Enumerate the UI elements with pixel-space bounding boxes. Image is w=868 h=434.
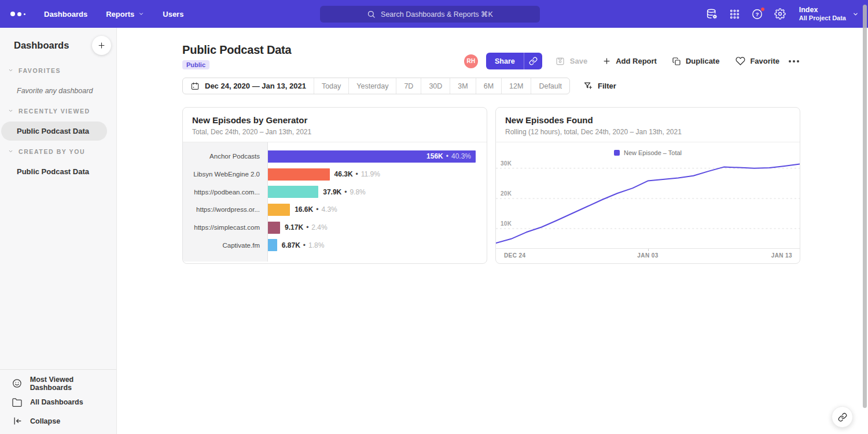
all-dashboards-button[interactable]: All Dashboards (0, 393, 116, 412)
duplicate-button[interactable]: Duplicate (672, 57, 720, 66)
add-report-label: Add Report (616, 57, 657, 65)
nav-item-dashboards[interactable]: Dashboards (44, 10, 87, 19)
notification-badge (760, 7, 765, 12)
bar-chart-card: New Episodes by Generator Total, Dec 24t… (182, 107, 487, 264)
date-range-text: Dec 24, 2020 — Jan 13, 2021 (205, 82, 306, 90)
search-placeholder: Search Dashboards & Reports ⌘K (381, 10, 493, 19)
copy-link-floating-button[interactable] (832, 406, 853, 428)
sidebar-item-public-podcast-data[interactable]: Public Podcast Data (1, 122, 107, 141)
smiley-icon (12, 378, 23, 389)
copy-link-icon[interactable] (524, 53, 542, 69)
primary-nav: Dashboards Reports Users (44, 10, 183, 19)
bar-category-label: https://podbean.com... (183, 183, 267, 201)
scrollbar-thumb[interactable] (863, 5, 867, 408)
preset-yesterday[interactable]: Yesterday (348, 78, 396, 94)
create-dashboard-button[interactable] (92, 36, 111, 55)
chevron-down-icon (8, 68, 13, 73)
chart-legend[interactable]: New Episode – Total (496, 142, 800, 159)
favorite-button[interactable]: Favorite (735, 56, 779, 66)
collapse-sidebar-button[interactable]: Collapse (0, 412, 116, 431)
footer-item-label: All Dashboards (30, 398, 83, 406)
nav-item-reports[interactable]: Reports (106, 10, 144, 19)
bar-category-label: Captivate.fm (183, 236, 267, 254)
settings-gear-icon[interactable] (774, 8, 786, 20)
filter-label: Filter (598, 82, 616, 90)
x-axis-tick (648, 249, 649, 251)
preset-today[interactable]: Today (314, 78, 348, 94)
search-icon (367, 10, 376, 19)
sidebar-section-recently-viewed[interactable]: RECENTLY VIEWED (0, 101, 116, 121)
preset-default[interactable]: Default (531, 78, 569, 94)
project-name: Index (799, 6, 846, 14)
sidebar-title: Dashboards (14, 40, 69, 51)
public-badge: Public (182, 60, 209, 69)
svg-text:?: ? (755, 11, 759, 17)
nav-item-label: Dashboards (44, 10, 87, 19)
apps-grid-icon[interactable] (729, 9, 740, 20)
sidebar-item-public-podcast-data-created[interactable]: Public Podcast Data (1, 162, 107, 181)
bar-value-label: 37.9K • 9.8% (323, 188, 366, 196)
sidebar-section-favorites[interactable]: FAVORITES (0, 60, 116, 80)
card-subtitle: Rolling (12 hours), total, Dec 24th, 202… (505, 128, 790, 136)
search-bar[interactable]: Search Dashboards & Reports ⌘K (320, 6, 540, 23)
save-button[interactable]: Save (555, 56, 587, 67)
more-options-button[interactable] (788, 58, 800, 65)
mixpanel-logo-icon[interactable] (10, 12, 25, 16)
section-label: CREATED BY YOU (19, 148, 85, 155)
legend-label: New Episode – Total (624, 149, 682, 156)
share-button[interactable]: Share (486, 53, 542, 69)
preset-12m[interactable]: 12M (501, 78, 531, 94)
section-label: FAVORITES (19, 67, 61, 74)
bar-wordpress[interactable] (268, 204, 290, 216)
data-management-icon[interactable] (706, 8, 718, 20)
date-range-control: Dec 24, 2020 — Jan 13, 2021 Today Yester… (182, 78, 570, 94)
line-chart-svg (496, 159, 800, 248)
heart-icon (735, 56, 745, 66)
add-report-button[interactable]: Add Report (602, 57, 657, 65)
avatar[interactable]: RH (464, 54, 478, 68)
bar-value-label: 156K • 40.3% (426, 150, 471, 163)
preset-6m[interactable]: 6M (476, 78, 501, 94)
sidebar-footer: Most Viewed Dashboards All Dashboards Co… (0, 369, 116, 434)
preset-30d[interactable]: 30D (421, 78, 450, 94)
bar-category-label: Libsyn WebEngine 2.0 (183, 165, 267, 183)
help-icon[interactable]: ? (751, 8, 763, 20)
preset-3m[interactable]: 3M (450, 78, 475, 94)
card-subtitle: Total, Dec 24th, 2020 – Jan 13th, 2021 (192, 128, 477, 136)
y-axis-tick-label: 10K (501, 220, 512, 227)
bar-value-label: 46.3K • 11.9% (334, 170, 380, 178)
footer-item-label: Most Viewed Dashboards (30, 376, 116, 392)
footer-item-label: Collapse (30, 417, 60, 425)
nav-item-label: Users (163, 10, 183, 19)
nav-item-users[interactable]: Users (163, 10, 183, 19)
card-title: New Episodes Found (505, 115, 790, 125)
line-chart-card: New Episodes Found Rolling (12 hours), t… (495, 107, 800, 264)
bar-simplecast[interactable] (268, 222, 280, 234)
sidebar-section-created-by-you[interactable]: CREATED BY YOU (0, 141, 116, 161)
save-icon (555, 56, 565, 67)
share-button-label: Share (486, 53, 524, 69)
nav-right-cluster: ? Index All Project Data (706, 6, 859, 22)
line-chart: New Episode – Total 10K20K30K DEC 24 JAN… (496, 142, 800, 262)
duplicate-label: Duplicate (686, 57, 720, 65)
y-axis-tick-label: 30K (501, 160, 512, 167)
filter-button[interactable]: Filter (583, 81, 616, 91)
sidebar: Dashboards FAVORITES Favorite any dashbo… (0, 28, 117, 434)
line-chart-plot[interactable]: 10K20K30K (496, 159, 800, 248)
bar-category-label: https://wordpress.or... (183, 201, 267, 219)
bar-captivate[interactable] (268, 239, 277, 251)
favorite-label: Favorite (750, 57, 779, 65)
date-range-button[interactable]: Dec 24, 2020 — Jan 13, 2021 (183, 78, 314, 94)
bar-chart-labels: Anchor Podcasts Libsyn WebEngine 2.0 htt… (183, 142, 268, 262)
chevron-down-icon (138, 11, 144, 17)
project-switcher[interactable]: Index All Project Data (799, 6, 859, 22)
collapse-icon (12, 415, 23, 426)
most-viewed-dashboards-button[interactable]: Most Viewed Dashboards (0, 374, 116, 393)
nav-item-label: Reports (106, 10, 134, 19)
preset-7d[interactable]: 7D (396, 78, 421, 94)
bar-podbean[interactable] (268, 186, 318, 198)
x-axis-tick-label: DEC 24 (496, 252, 525, 259)
x-axis-tick-label: JAN 13 (771, 252, 800, 259)
bar-anchor-podcasts[interactable]: 156K • 40.3% (268, 150, 476, 163)
bar-libsyn[interactable] (268, 168, 330, 181)
